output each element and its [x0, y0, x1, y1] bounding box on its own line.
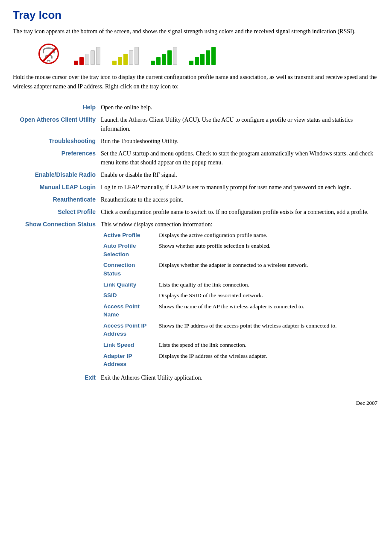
sub-item-row: SSID Displays the SSID of the associated… [101, 290, 377, 301]
menu-item-row: Select Profile Click a configuration pro… [13, 206, 379, 218]
exit-row: Exit Exit the Atheros Client Utility app… [13, 372, 379, 384]
hover-paragraph: Hold the mouse cursor over the tray icon… [13, 73, 379, 92]
menu-item-row: Help Open the online help. [13, 101, 379, 114]
show-connection-status-row: Show Connection Status This window displ… [13, 218, 379, 372]
menu-label: Manual LEAP Login [13, 181, 98, 193]
menu-item-row: Manual LEAP Login Log in to LEAP manuall… [13, 181, 379, 193]
connection-status-sub-table: Active Profile Displays the active confi… [101, 230, 377, 370]
sub-description: Displays the SSID of the associated netw… [156, 290, 377, 301]
good-signal-icon [151, 44, 177, 65]
menu-description: Run the Troubleshooting Utility. [98, 135, 379, 147]
sub-label: Active Profile [101, 230, 156, 241]
intro-paragraph: The tray icon appears at the bottom of t… [13, 27, 379, 36]
sub-item-row: Auto Profile Selection Shows whether aut… [101, 240, 377, 260]
menu-label: Troubleshooting [13, 135, 98, 147]
menu-item-row: Open Atheros Client Utility Launch the A… [13, 114, 379, 135]
menu-item-row: Troubleshooting Run the Troubleshooting … [13, 135, 379, 147]
sub-description: Shows whether auto profile selection is … [156, 240, 377, 260]
show-connection-intro: This window displays connection informat… [101, 221, 212, 228]
exit-label: Exit [13, 372, 98, 384]
full-signal-icon [189, 44, 216, 65]
page-title: Tray Icon [13, 9, 379, 22]
menu-description: Open the online help. [98, 101, 379, 114]
menu-item-row: Enable/Disable Radio Enable or disable t… [13, 169, 379, 181]
menu-item-row: Preferences Set the ACU startup and menu… [13, 147, 379, 169]
menu-label: Help [13, 101, 98, 114]
sub-label: Link Speed [101, 339, 156, 351]
menu-label: Select Profile [13, 206, 98, 218]
menu-description: Reauthenticate to the access point. [98, 193, 379, 206]
menu-item-row: Reauthenticate Reauthenticate to the acc… [13, 193, 379, 206]
menu-description: Set the ACU startup and menu options. Ch… [98, 147, 379, 169]
sub-description: Lists the quality of the link connection… [156, 279, 377, 290]
sub-description: Shows the name of the AP the wireless ad… [156, 301, 377, 320]
footer-date: Dec 2007 [13, 400, 379, 407]
menu-description: Launch the Atheros Client Utility (ACU).… [98, 114, 379, 135]
medium-signal-icon [112, 44, 139, 65]
menu-label: Preferences [13, 147, 98, 169]
sub-item-row: Link Quality Lists the quality of the li… [101, 279, 377, 290]
sub-description: Lists the speed of the link connection. [156, 339, 377, 351]
sub-item-row: Access Point Name Shows the name of the … [101, 301, 377, 320]
sub-label: Auto Profile Selection [101, 240, 156, 260]
menu-label: Reauthenticate [13, 193, 98, 206]
sub-description: Shows the IP address of the access point… [156, 320, 377, 339]
signal-icons-row [38, 44, 379, 65]
no-signal-icon [38, 44, 62, 65]
sub-label: Link Quality [101, 279, 156, 290]
menu-table: Help Open the online help. Open Atheros … [13, 101, 379, 384]
sub-label: SSID [101, 290, 156, 301]
sub-item-row: Adapter IP Address Displays the IP addre… [101, 351, 377, 370]
menu-description: Log in to LEAP manually, if LEAP is set … [98, 181, 379, 193]
show-connection-label: Show Connection Status [13, 218, 98, 372]
sub-label: Connection Status [101, 260, 156, 279]
footer-divider [13, 397, 379, 397]
sub-item-row: Link Speed Lists the speed of the link c… [101, 339, 377, 351]
sub-description: Displays the IP address of the wireless … [156, 351, 377, 370]
sub-item-row: Active Profile Displays the active confi… [101, 230, 377, 241]
sub-label: Adapter IP Address [101, 351, 156, 370]
show-connection-desc: This window displays connection informat… [98, 218, 379, 372]
sub-item-row: Access Point IP Address Shows the IP add… [101, 320, 377, 339]
menu-description: Enable or disable the RF signal. [98, 169, 379, 181]
menu-label: Open Atheros Client Utility [13, 114, 98, 135]
low-signal-icon [74, 44, 100, 65]
sub-description: Displays whether the adapter is connecte… [156, 260, 377, 279]
sub-label: Access Point IP Address [101, 320, 156, 339]
exit-description: Exit the Atheros Client Utility applicat… [98, 372, 379, 384]
sub-description: Displays the active configuration profil… [156, 230, 377, 241]
menu-label: Enable/Disable Radio [13, 169, 98, 181]
sub-label: Access Point Name [101, 301, 156, 320]
menu-description: Click a configuration profile name to sw… [98, 206, 379, 218]
sub-item-row: Connection Status Displays whether the a… [101, 260, 377, 279]
